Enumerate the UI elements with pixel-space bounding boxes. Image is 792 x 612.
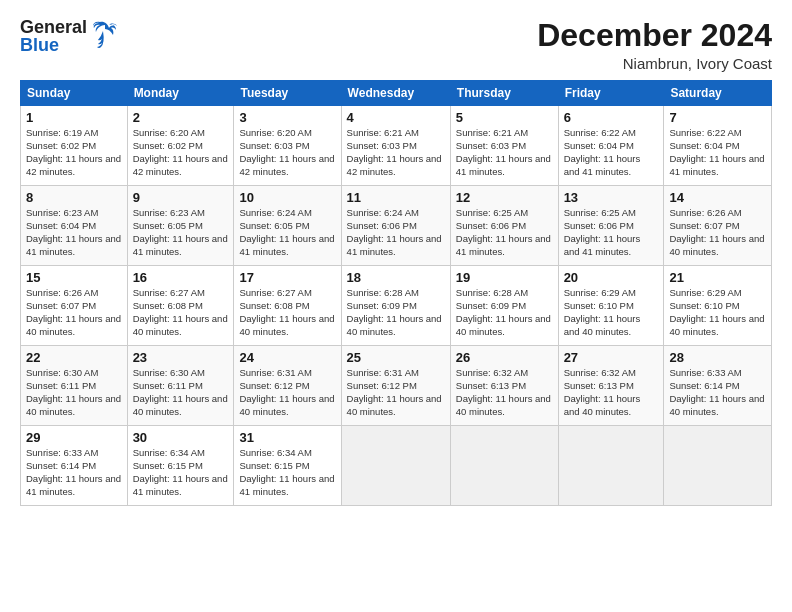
title-block: December 2024 Niambrun, Ivory Coast xyxy=(537,18,772,72)
day-number: 24 xyxy=(239,350,335,365)
calendar-header-wednesday: Wednesday xyxy=(341,81,450,106)
day-info: Sunrise: 6:32 AMSunset: 6:13 PMDaylight:… xyxy=(456,367,553,418)
calendar-cell: 10Sunrise: 6:24 AMSunset: 6:05 PMDayligh… xyxy=(234,186,341,266)
day-info: Sunrise: 6:33 AMSunset: 6:14 PMDaylight:… xyxy=(26,447,122,498)
calendar-header-friday: Friday xyxy=(558,81,664,106)
day-number: 4 xyxy=(347,110,445,125)
calendar-cell: 15Sunrise: 6:26 AMSunset: 6:07 PMDayligh… xyxy=(21,266,128,346)
day-number: 23 xyxy=(133,350,229,365)
day-info: Sunrise: 6:19 AMSunset: 6:02 PMDaylight:… xyxy=(26,127,122,178)
day-info: Sunrise: 6:21 AMSunset: 6:03 PMDaylight:… xyxy=(456,127,553,178)
calendar-cell: 6Sunrise: 6:22 AMSunset: 6:04 PMDaylight… xyxy=(558,106,664,186)
calendar-cell: 28Sunrise: 6:33 AMSunset: 6:14 PMDayligh… xyxy=(664,346,772,426)
day-number: 28 xyxy=(669,350,766,365)
calendar-cell: 4Sunrise: 6:21 AMSunset: 6:03 PMDaylight… xyxy=(341,106,450,186)
calendar-cell: 21Sunrise: 6:29 AMSunset: 6:10 PMDayligh… xyxy=(664,266,772,346)
logo-blue: Blue xyxy=(20,36,87,54)
day-number: 7 xyxy=(669,110,766,125)
day-number: 9 xyxy=(133,190,229,205)
calendar-header-saturday: Saturday xyxy=(664,81,772,106)
day-info: Sunrise: 6:24 AMSunset: 6:05 PMDaylight:… xyxy=(239,207,335,258)
calendar-cell: 17Sunrise: 6:27 AMSunset: 6:08 PMDayligh… xyxy=(234,266,341,346)
day-number: 12 xyxy=(456,190,553,205)
day-number: 29 xyxy=(26,430,122,445)
day-info: Sunrise: 6:34 AMSunset: 6:15 PMDaylight:… xyxy=(239,447,335,498)
day-info: Sunrise: 6:31 AMSunset: 6:12 PMDaylight:… xyxy=(239,367,335,418)
day-number: 31 xyxy=(239,430,335,445)
day-number: 17 xyxy=(239,270,335,285)
logo-bird-icon xyxy=(91,21,119,49)
calendar-cell: 31Sunrise: 6:34 AMSunset: 6:15 PMDayligh… xyxy=(234,426,341,506)
day-info: Sunrise: 6:32 AMSunset: 6:13 PMDaylight:… xyxy=(564,367,659,418)
day-number: 3 xyxy=(239,110,335,125)
day-number: 19 xyxy=(456,270,553,285)
day-number: 1 xyxy=(26,110,122,125)
calendar-cell: 13Sunrise: 6:25 AMSunset: 6:06 PMDayligh… xyxy=(558,186,664,266)
logo-text: General Blue xyxy=(20,18,87,54)
day-info: Sunrise: 6:30 AMSunset: 6:11 PMDaylight:… xyxy=(133,367,229,418)
calendar-cell: 3Sunrise: 6:20 AMSunset: 6:03 PMDaylight… xyxy=(234,106,341,186)
day-info: Sunrise: 6:20 AMSunset: 6:02 PMDaylight:… xyxy=(133,127,229,178)
calendar-header-row: SundayMondayTuesdayWednesdayThursdayFrid… xyxy=(21,81,772,106)
calendar-cell xyxy=(450,426,558,506)
day-info: Sunrise: 6:23 AMSunset: 6:05 PMDaylight:… xyxy=(133,207,229,258)
day-info: Sunrise: 6:33 AMSunset: 6:14 PMDaylight:… xyxy=(669,367,766,418)
day-number: 26 xyxy=(456,350,553,365)
day-info: Sunrise: 6:30 AMSunset: 6:11 PMDaylight:… xyxy=(26,367,122,418)
day-info: Sunrise: 6:20 AMSunset: 6:03 PMDaylight:… xyxy=(239,127,335,178)
calendar-header-thursday: Thursday xyxy=(450,81,558,106)
day-info: Sunrise: 6:25 AMSunset: 6:06 PMDaylight:… xyxy=(564,207,659,258)
calendar-cell: 27Sunrise: 6:32 AMSunset: 6:13 PMDayligh… xyxy=(558,346,664,426)
calendar-cell: 18Sunrise: 6:28 AMSunset: 6:09 PMDayligh… xyxy=(341,266,450,346)
calendar-cell: 7Sunrise: 6:22 AMSunset: 6:04 PMDaylight… xyxy=(664,106,772,186)
calendar-header-sunday: Sunday xyxy=(21,81,128,106)
calendar-cell: 14Sunrise: 6:26 AMSunset: 6:07 PMDayligh… xyxy=(664,186,772,266)
day-number: 18 xyxy=(347,270,445,285)
day-info: Sunrise: 6:29 AMSunset: 6:10 PMDaylight:… xyxy=(669,287,766,338)
logo: General Blue xyxy=(20,18,119,54)
day-info: Sunrise: 6:27 AMSunset: 6:08 PMDaylight:… xyxy=(239,287,335,338)
calendar-week-row: 22Sunrise: 6:30 AMSunset: 6:11 PMDayligh… xyxy=(21,346,772,426)
day-info: Sunrise: 6:26 AMSunset: 6:07 PMDaylight:… xyxy=(26,287,122,338)
calendar-cell: 2Sunrise: 6:20 AMSunset: 6:02 PMDaylight… xyxy=(127,106,234,186)
day-number: 5 xyxy=(456,110,553,125)
header: General Blue December 2024 Niambrun, Ivo… xyxy=(20,18,772,72)
calendar-cell: 20Sunrise: 6:29 AMSunset: 6:10 PMDayligh… xyxy=(558,266,664,346)
day-number: 13 xyxy=(564,190,659,205)
calendar-cell: 1Sunrise: 6:19 AMSunset: 6:02 PMDaylight… xyxy=(21,106,128,186)
day-number: 15 xyxy=(26,270,122,285)
calendar-cell: 5Sunrise: 6:21 AMSunset: 6:03 PMDaylight… xyxy=(450,106,558,186)
day-info: Sunrise: 6:31 AMSunset: 6:12 PMDaylight:… xyxy=(347,367,445,418)
day-info: Sunrise: 6:23 AMSunset: 6:04 PMDaylight:… xyxy=(26,207,122,258)
calendar-week-row: 8Sunrise: 6:23 AMSunset: 6:04 PMDaylight… xyxy=(21,186,772,266)
calendar-week-row: 1Sunrise: 6:19 AMSunset: 6:02 PMDaylight… xyxy=(21,106,772,186)
calendar-cell: 23Sunrise: 6:30 AMSunset: 6:11 PMDayligh… xyxy=(127,346,234,426)
day-info: Sunrise: 6:28 AMSunset: 6:09 PMDaylight:… xyxy=(456,287,553,338)
logo-area: General Blue xyxy=(20,18,119,54)
page: General Blue December 2024 Niambrun, Ivo… xyxy=(0,0,792,612)
day-info: Sunrise: 6:21 AMSunset: 6:03 PMDaylight:… xyxy=(347,127,445,178)
day-number: 21 xyxy=(669,270,766,285)
day-number: 14 xyxy=(669,190,766,205)
calendar-cell: 25Sunrise: 6:31 AMSunset: 6:12 PMDayligh… xyxy=(341,346,450,426)
calendar-week-row: 29Sunrise: 6:33 AMSunset: 6:14 PMDayligh… xyxy=(21,426,772,506)
day-info: Sunrise: 6:27 AMSunset: 6:08 PMDaylight:… xyxy=(133,287,229,338)
day-number: 22 xyxy=(26,350,122,365)
day-info: Sunrise: 6:29 AMSunset: 6:10 PMDaylight:… xyxy=(564,287,659,338)
day-number: 11 xyxy=(347,190,445,205)
calendar-cell: 12Sunrise: 6:25 AMSunset: 6:06 PMDayligh… xyxy=(450,186,558,266)
day-number: 6 xyxy=(564,110,659,125)
calendar-cell: 9Sunrise: 6:23 AMSunset: 6:05 PMDaylight… xyxy=(127,186,234,266)
logo-general: General xyxy=(20,18,87,36)
page-subtitle: Niambrun, Ivory Coast xyxy=(537,55,772,72)
page-title: December 2024 xyxy=(537,18,772,53)
calendar-cell: 11Sunrise: 6:24 AMSunset: 6:06 PMDayligh… xyxy=(341,186,450,266)
day-info: Sunrise: 6:25 AMSunset: 6:06 PMDaylight:… xyxy=(456,207,553,258)
calendar-table: SundayMondayTuesdayWednesdayThursdayFrid… xyxy=(20,80,772,506)
day-number: 16 xyxy=(133,270,229,285)
calendar-cell: 19Sunrise: 6:28 AMSunset: 6:09 PMDayligh… xyxy=(450,266,558,346)
calendar-header-monday: Monday xyxy=(127,81,234,106)
calendar-cell xyxy=(558,426,664,506)
calendar-cell xyxy=(341,426,450,506)
day-number: 2 xyxy=(133,110,229,125)
